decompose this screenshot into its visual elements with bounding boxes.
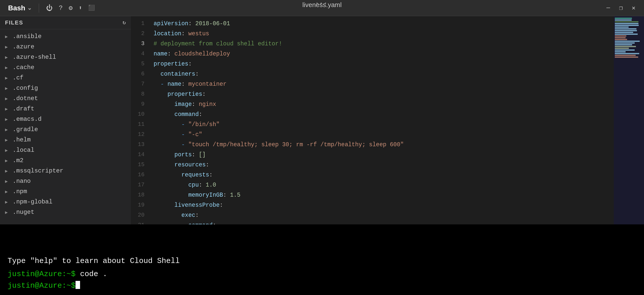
minimap-line-20 (615, 51, 626, 52)
code-line-20[interactable]: exec: (154, 210, 609, 220)
topbar-separator (39, 4, 39, 13)
sidebar-item-ansible[interactable]: ▶.ansible (0, 31, 131, 42)
code-line-6[interactable]: containers: (154, 69, 609, 79)
terminal-line-1: justin@Azure:~$ code . (8, 270, 636, 278)
sidebar-item-dotnet[interactable]: ▶.dotnet (0, 93, 131, 104)
restore-button[interactable]: ❐ (616, 3, 626, 13)
minimap-line-4 (615, 23, 638, 24)
sidebar-item-gradle[interactable]: ▶.gradle (0, 124, 131, 135)
power-icon[interactable]: ⏻ (43, 2, 56, 14)
top-bar: ••• Bash ⌄ ⏻ ? ⚙ ⬆ ⬛ liveness.yaml — ❐ ✕ (0, 0, 644, 16)
sidebar-item-label: .local (13, 147, 34, 154)
main-area: FILES ↻ ▶.ansible▶.azure▶.azure-shell▶.c… (0, 16, 644, 224)
line-number-4: 4 (131, 49, 149, 59)
sidebar-item-azure[interactable]: ▶.azure (0, 42, 131, 52)
minimap-inner (614, 16, 644, 59)
line-number-10: 10 (131, 109, 149, 120)
minimap-line-9 (615, 32, 633, 33)
file-title: liveness.yaml (302, 1, 342, 9)
minimap-line-22 (615, 55, 636, 56)
sidebar-arrow: ▶ (5, 199, 10, 205)
bash-label: Bash (8, 4, 25, 12)
sidebar-item-helm[interactable]: ▶.helm (0, 135, 131, 145)
code-line-21[interactable]: command: (154, 220, 609, 224)
code-line-16[interactable]: requests: (154, 170, 609, 180)
sidebar-refresh-icon[interactable]: ↻ (123, 19, 126, 26)
code-line-18[interactable]: memoryInGB: 1.5 (154, 190, 609, 200)
sidebar-arrow: ▶ (5, 158, 10, 163)
line-number-19: 19 (131, 200, 149, 210)
sidebar-item-label: .cache (13, 64, 34, 71)
line-number-9: 9 (131, 99, 149, 109)
minimap-line-2 (615, 19, 632, 21)
line-number-18: 18 (131, 190, 149, 200)
code-line-7[interactable]: - name: mycontainer (154, 79, 609, 89)
sidebar-item-cache[interactable]: ▶.cache (0, 62, 131, 73)
export-icon[interactable]: ⬛ (85, 3, 98, 13)
sidebar-item-azure-shell[interactable]: ▶.azure-shell (0, 52, 131, 62)
sidebar-item-label: .gradle (13, 126, 38, 133)
code-line-12[interactable]: - "-c" (154, 130, 609, 140)
upload-icon[interactable]: ⬆ (76, 3, 85, 13)
line-number-21: 21 (131, 220, 149, 224)
code-line-11[interactable]: - "/bin/sh" (154, 120, 609, 130)
minimap-line-11 (615, 35, 626, 37)
minimap-line-5 (615, 25, 639, 26)
code-area[interactable]: apiVersion: 2018-06-01location: westus# … (149, 16, 614, 224)
code-line-5[interactable]: properties: (154, 59, 609, 69)
code-line-13[interactable]: - "touch /tmp/healthy; sleep 30; rm -rf … (154, 140, 609, 150)
sidebar-item-emacsd[interactable]: ▶.emacs.d (0, 114, 131, 124)
code-line-1[interactable]: apiVersion: 2018-06-01 (154, 19, 609, 29)
terminal-cmd-1: code . (76, 270, 107, 278)
terminal-area[interactable]: Type "help" to learn about Cloud Shell j… (0, 224, 644, 295)
code-line-19[interactable]: livenessProbe: (154, 200, 609, 210)
minimap-line-8 (615, 30, 637, 31)
minimap-line-3 (615, 21, 638, 22)
code-line-3[interactable]: # deployment from cloud shell editor! (154, 39, 609, 49)
sidebar-list: ▶.ansible▶.azure▶.azure-shell▶.cache▶.cf… (0, 29, 131, 224)
minimap-line-13 (615, 39, 627, 40)
code-line-9[interactable]: image: nginx (154, 99, 609, 109)
sidebar-item-label: .m2 (13, 157, 23, 164)
minimize-button[interactable]: — (603, 3, 614, 13)
sidebar-item-config[interactable]: ▶.config (0, 83, 131, 93)
sidebar-item-local[interactable]: ▶.local (0, 145, 131, 155)
bash-dropdown[interactable]: Bash ⌄ (5, 3, 35, 14)
sidebar-arrow: ▶ (5, 116, 10, 122)
sidebar-item-nuget[interactable]: ▶.nuget (0, 207, 131, 217)
line-number-12: 12 (131, 130, 149, 140)
code-line-10[interactable]: command: (154, 109, 609, 120)
sidebar-item-m2[interactable]: ▶.m2 (0, 155, 131, 166)
code-line-4[interactable]: name: cloudshelldeploy (154, 49, 609, 59)
settings-icon[interactable]: ⚙ (66, 2, 76, 14)
sidebar-item-draft[interactable]: ▶.draft (0, 104, 131, 114)
line-number-20: 20 (131, 210, 149, 220)
minimap-line-17 (615, 46, 636, 47)
editor-content[interactable]: 1234567891011121314151617181920212223 ap… (131, 16, 644, 224)
minimap-line-19 (615, 49, 635, 51)
line-number-1: 1 (131, 19, 149, 29)
sidebar-arrow: ▶ (5, 75, 10, 81)
code-line-14[interactable]: ports: [] (154, 150, 609, 160)
code-line-17[interactable]: cpu: 1.0 (154, 180, 609, 190)
close-button[interactable]: ✕ (628, 3, 639, 13)
sidebar-arrow: ▶ (5, 189, 10, 194)
terminal-prompt-2: justin@Azure:~$ (8, 281, 76, 290)
sidebar-item-nano[interactable]: ▶.nano (0, 176, 131, 186)
help-icon[interactable]: ? (56, 2, 66, 14)
sidebar-item-cf[interactable]: ▶.cf (0, 73, 131, 83)
sidebar-item-label: .azure-shell (13, 54, 56, 61)
code-line-8[interactable]: properties: (154, 89, 609, 99)
sidebar-item-label: .dotnet (13, 95, 38, 102)
minimap-line-6 (615, 26, 629, 28)
sidebar-item-mssqlscripter[interactable]: ▶.mssqlscripter (0, 166, 131, 176)
code-line-2[interactable]: location: westus (154, 29, 609, 39)
sidebar-arrow: ▶ (5, 210, 10, 215)
sidebar-item-label: .config (13, 85, 38, 92)
sidebar-item-label: .azure (13, 43, 34, 50)
sidebar-title: FILES (5, 19, 23, 26)
code-line-15[interactable]: resources: (154, 160, 609, 170)
sidebar-item-npm[interactable]: ▶.npm (0, 186, 131, 197)
line-numbers: 1234567891011121314151617181920212223 (131, 16, 149, 224)
sidebar-item-npm-global[interactable]: ▶.npm-global (0, 197, 131, 207)
